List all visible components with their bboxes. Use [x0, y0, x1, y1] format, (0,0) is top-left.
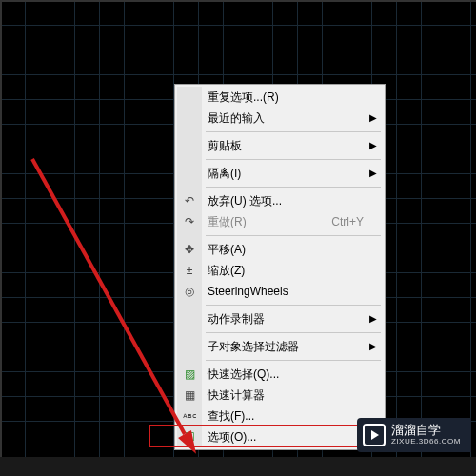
calc-icon: ▦	[182, 387, 197, 403]
menu-separator	[206, 187, 381, 188]
menu-item-21[interactable]: ☑选项(O)...	[177, 426, 383, 447]
watermark-title: 溜溜自学	[391, 424, 461, 437]
menu-item-18[interactable]: ▨快速选择(Q)...	[177, 364, 383, 385]
menu-item-label: 剪贴板	[208, 139, 242, 152]
menu-item-label: 最近的输入	[208, 111, 265, 125]
submenu-arrow-icon: ▶	[369, 135, 377, 156]
menu-item-3[interactable]: 剪贴板▶	[177, 135, 383, 156]
wheel-icon: ◎	[182, 284, 197, 299]
watermark-sub: ZIXUE.3D66.COM	[391, 438, 461, 446]
play-icon	[363, 424, 386, 446]
menu-item-label: 平移(A)	[208, 243, 246, 256]
menu-item-14[interactable]: 动作录制器▶	[177, 308, 383, 329]
menu-item-label: 选项(O)...	[208, 430, 256, 444]
menu-shortcut: Ctrl+Y	[331, 211, 364, 232]
context-menu: 重复选项...(R)最近的输入▶剪贴板▶隔离(I)▶↶放弃(U) 选项...↷重…	[174, 84, 386, 450]
pan-icon: ✥	[182, 242, 197, 257]
menu-separator	[206, 159, 381, 160]
menu-separator	[206, 235, 381, 236]
menu-item-label: 重复选项...(R)	[208, 90, 279, 104]
menu-item-11[interactable]: ±缩放(Z)	[177, 260, 383, 281]
menu-item-label: 隔离(I)	[208, 167, 241, 180]
menu-separator	[206, 332, 381, 333]
menu-item-19[interactable]: ▦快速计算器	[177, 385, 383, 406]
submenu-arrow-icon: ▶	[369, 108, 377, 129]
menu-item-8: ↷重做(R)Ctrl+Y	[177, 211, 383, 232]
zoom-icon: ±	[182, 263, 197, 278]
undo-icon: ↶	[182, 193, 197, 208]
menu-separator	[206, 131, 381, 132]
menu-item-16[interactable]: 子对象选择过滤器▶	[177, 336, 383, 357]
redo-icon: ↷	[182, 214, 197, 229]
menu-separator	[206, 360, 381, 361]
menu-item-20[interactable]: ᴀʙᴄ查找(F)...	[177, 406, 383, 426]
submenu-arrow-icon: ▶	[369, 308, 377, 329]
menu-item-label: 放弃(U) 选项...	[208, 194, 282, 208]
menu-item-label: 缩放(Z)	[208, 264, 245, 277]
menu-item-12[interactable]: ◎SteeringWheels	[177, 281, 383, 302]
qselect-icon: ▨	[182, 367, 197, 382]
menu-item-5[interactable]: 隔离(I)▶	[177, 163, 383, 184]
menu-item-10[interactable]: ✥平移(A)	[177, 239, 383, 260]
top-border	[0, 0, 476, 2]
menu-item-label: 重做(R)	[208, 215, 247, 228]
left-border	[0, 0, 2, 476]
watermark-badge: 溜溜自学 ZIXUE.3D66.COM	[357, 418, 471, 452]
menu-item-label: 快速计算器	[208, 388, 265, 402]
menu-item-label: 子对象选择过滤器	[208, 340, 299, 353]
submenu-arrow-icon: ▶	[369, 163, 377, 184]
menu-item-label: 快速选择(Q)...	[208, 367, 279, 381]
menu-item-label: 动作录制器	[208, 312, 265, 326]
status-bar	[0, 457, 476, 476]
menu-separator	[206, 305, 381, 306]
menu-item-label: SteeringWheels	[208, 285, 288, 298]
submenu-arrow-icon: ▶	[369, 336, 377, 357]
menu-item-0[interactable]: 重复选项...(R)	[177, 87, 383, 108]
menu-item-label: 查找(F)...	[208, 409, 254, 423]
menu-item-1[interactable]: 最近的输入▶	[177, 108, 383, 129]
menu-item-7[interactable]: ↶放弃(U) 选项...	[177, 190, 383, 211]
find-icon: ᴀʙᴄ	[182, 408, 197, 424]
